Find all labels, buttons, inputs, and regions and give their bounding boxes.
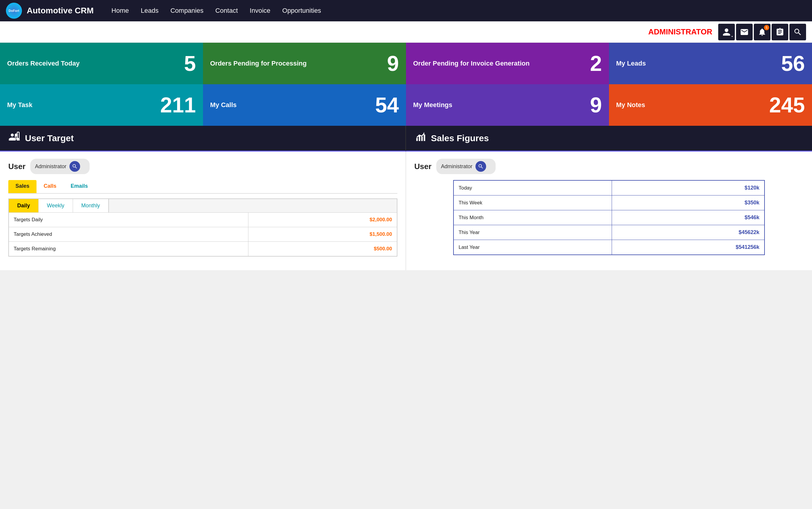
nav-home[interactable]: Home <box>111 7 129 14</box>
tab-emails[interactable]: Emails <box>64 180 95 193</box>
admin-label: ADMINISTRATOR <box>648 27 712 36</box>
header-row: ADMINISTRATOR 5 <box>0 21 812 43</box>
user-target-user-input[interactable]: Administrator <box>30 159 90 174</box>
stat-my-meetings[interactable]: My Meetings 9 <box>406 84 609 126</box>
stat-label-invoice-pending: Order Pending for Invoice Generation <box>413 59 529 68</box>
stat-number-my-leads: 56 <box>781 51 805 76</box>
stat-my-calls[interactable]: My Calls 54 <box>203 84 406 126</box>
table-row: Today $120k <box>453 180 765 196</box>
user-target-user-row: User Administrator <box>8 159 397 174</box>
tab-sales[interactable]: Sales <box>8 180 36 193</box>
nav-invoice[interactable]: Invoice <box>250 7 270 14</box>
sales-label-1: This Week <box>453 196 612 210</box>
svg-rect-3 <box>419 136 420 141</box>
sales-figures-header: Sales Figures <box>406 126 812 151</box>
sales-label-0: Today <box>453 180 612 196</box>
stat-number-orders-today: 5 <box>184 51 196 76</box>
stat-orders-today[interactable]: Orders Received Today 5 <box>0 43 203 84</box>
stat-label-orders-today: Orders Received Today <box>7 59 79 68</box>
svg-rect-5 <box>424 135 425 141</box>
stat-my-notes[interactable]: My Notes 245 <box>609 84 812 126</box>
tab-calls[interactable]: Calls <box>36 180 64 193</box>
stat-label-my-calls: My Calls <box>210 101 236 109</box>
user-target-search-btn[interactable] <box>69 161 80 172</box>
clipboard-icon-btn[interactable] <box>772 24 788 40</box>
table-row: Targets Achieved $1,500.00 <box>9 227 397 242</box>
stat-invoice-pending[interactable]: Order Pending for Invoice Generation 2 <box>406 43 609 84</box>
sales-figures-title: Sales Figures <box>431 133 489 143</box>
sales-table: Today $120k This Week $350k This Month $… <box>453 180 765 255</box>
inner-tabs: Daily Weekly Monthly <box>9 199 397 212</box>
sales-figures-search-btn[interactable] <box>476 161 486 172</box>
svg-rect-4 <box>421 136 423 141</box>
mail-icon-btn[interactable] <box>736 24 753 40</box>
inner-tab-daily[interactable]: Daily <box>9 199 39 212</box>
logo[interactable]: DoFort <box>6 3 22 19</box>
sales-figures-icon <box>414 131 426 145</box>
user-icon-btn[interactable] <box>718 24 735 40</box>
stat-number-my-meetings: 9 <box>590 93 602 117</box>
bell-icon-btn[interactable]: 5 <box>754 24 771 40</box>
search-icon-btn[interactable] <box>789 24 806 40</box>
sales-value-4: $541256k <box>612 240 765 255</box>
stat-label-my-notes: My Notes <box>616 101 645 109</box>
sales-figures-user-value: Administrator <box>441 163 473 170</box>
nav-companies[interactable]: Companies <box>170 7 203 14</box>
sales-figures-panel: User Administrator Today $120k This Week… <box>406 151 812 270</box>
sales-label-2: This Month <box>453 210 612 225</box>
nav-opportunities[interactable]: Opportunities <box>282 7 321 14</box>
target-label-2: Targets Remaining <box>9 242 249 256</box>
nav-contact[interactable]: Contact <box>215 7 238 14</box>
sales-value-2: $546k <box>612 210 765 225</box>
sales-figures-user-input[interactable]: Administrator <box>436 159 496 174</box>
sales-label-4: Last Year <box>453 240 612 255</box>
stat-number-my-calls: 54 <box>375 93 399 117</box>
sales-figures-user-label: User <box>414 162 431 171</box>
navbar: DoFort Automotive CRM Home Leads Compani… <box>0 0 812 21</box>
table-row: Targets Daily $2,000.00 <box>9 213 397 227</box>
stat-number-orders-pending: 9 <box>387 51 399 76</box>
stat-label-my-leads: My Leads <box>616 59 646 68</box>
table-row: Targets Remaining $500.00 <box>9 242 397 256</box>
inner-tabs-container: Daily Weekly Monthly Targets Daily $2,00… <box>8 198 397 257</box>
sales-value-3: $45622k <box>612 225 765 240</box>
svg-rect-2 <box>416 138 418 141</box>
user-target-user-label: User <box>8 162 26 171</box>
bell-badge: 5 <box>764 25 769 30</box>
inner-tab-monthly[interactable]: Monthly <box>73 199 109 212</box>
main-tabs: Sales Calls Emails <box>8 180 397 194</box>
content-row: User Administrator Sales Calls Emails Da… <box>0 151 812 270</box>
target-value-0: $2,000.00 <box>248 213 397 227</box>
user-target-user-value: Administrator <box>35 163 66 170</box>
user-target-header: User Target <box>0 126 406 151</box>
target-value-1: $1,500.00 <box>248 227 397 242</box>
targets-table: Targets Daily $2,000.00 Targets Achieved… <box>9 212 397 256</box>
stat-label-orders-pending: Orders Pending for Processing <box>210 59 306 68</box>
table-row: This Month $546k <box>453 210 765 225</box>
table-row: This Week $350k <box>453 196 765 210</box>
stat-label-my-meetings: My Meetings <box>413 101 452 109</box>
sales-figures-user-row: User Administrator <box>414 159 804 174</box>
user-target-icon <box>8 131 20 145</box>
app-title: Automotive CRM <box>27 6 94 15</box>
user-target-panel: User Administrator Sales Calls Emails Da… <box>0 151 406 270</box>
inner-tab-weekly[interactable]: Weekly <box>39 199 73 212</box>
target-value-2: $500.00 <box>248 242 397 256</box>
nav-links: Home Leads Companies Contact Invoice Opp… <box>111 7 321 14</box>
stat-row-2: My Task 211 My Calls 54 My Meetings 9 My… <box>0 84 812 126</box>
target-label-0: Targets Daily <box>9 213 249 227</box>
stat-my-leads[interactable]: My Leads 56 <box>609 43 812 84</box>
stat-orders-pending[interactable]: Orders Pending for Processing 9 <box>203 43 406 84</box>
logo-text: DoFort <box>9 9 19 12</box>
nav-leads[interactable]: Leads <box>141 7 159 14</box>
sales-value-1: $350k <box>612 196 765 210</box>
header-icons: 5 <box>718 24 806 40</box>
user-target-title: User Target <box>25 133 74 143</box>
table-row: Last Year $541256k <box>453 240 765 255</box>
stat-my-task[interactable]: My Task 211 <box>0 84 203 126</box>
sales-label-3: This Year <box>453 225 612 240</box>
sales-value-0: $120k <box>612 180 765 196</box>
sections-row: User Target Sales Figures <box>0 126 812 151</box>
stat-number-my-notes: 245 <box>769 93 805 117</box>
table-row: This Year $45622k <box>453 225 765 240</box>
